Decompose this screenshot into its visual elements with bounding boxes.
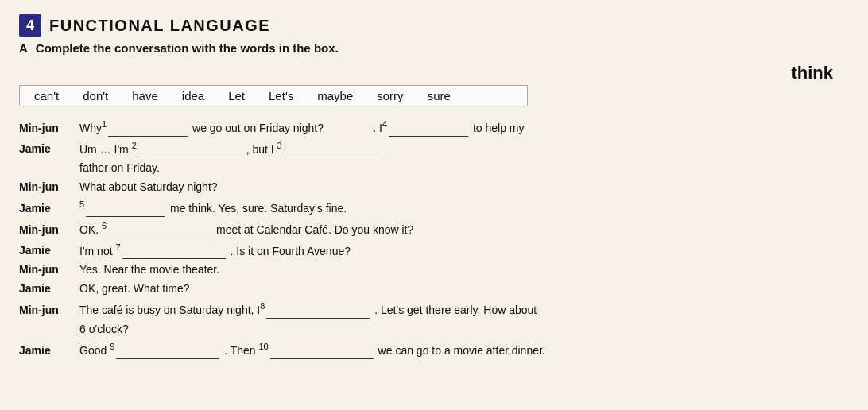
word-let: Let (228, 89, 245, 102)
word-box-row: can't don't have idea Let Let's maybe so… (19, 85, 528, 106)
word-sure: sure (428, 89, 451, 102)
conv-row-minjun-3: Min-jun OK. 6 meet at Calendar Café. Do … (19, 219, 849, 238)
conv-text-jamie-5: Good 9 . Then 10 we can go to a movie af… (79, 340, 545, 359)
blank-7[interactable] (122, 246, 226, 259)
speaker-minjun-4: Min-jun (19, 263, 75, 276)
conv-text-minjun-5b: 6 o'clock? (79, 321, 129, 338)
speaker-minjun-5: Min-jun (19, 304, 75, 316)
word-dont: don't (83, 89, 108, 102)
conv-text-jamie-4: OK, great. What time? (79, 280, 190, 297)
blank-5[interactable] (86, 204, 165, 217)
conv-text-jamie-2: 5 me think. Yes, sure. Saturday's fine. (79, 198, 347, 217)
section-number: 4 (19, 14, 41, 37)
instruction-letter: A (19, 41, 28, 55)
speaker-minjun-1: Min-jun (19, 122, 75, 134)
conv-text-jamie-1: Um … I'm 2 , but I 3 (79, 139, 389, 158)
blank-3[interactable] (284, 145, 387, 157)
conv-text-minjun-3: OK. 6 meet at Calendar Café. Do you know… (79, 219, 413, 238)
blank-1[interactable] (108, 124, 188, 137)
word-have: have (132, 89, 158, 102)
speaker-jamie-2: Jamie (19, 202, 75, 215)
word-lets: Let's (269, 89, 293, 102)
conv-row-minjun-4: Min-jun Yes. Near the movie theater. (19, 261, 849, 278)
section-title: FUNCTIONAL LANGUAGE (49, 17, 270, 35)
page-container: 4 FUNCTIONAL LANGUAGE A Complete the con… (0, 0, 868, 410)
conv-row-jamie-1: Jamie Um … I'm 2 , but I 3 (19, 139, 849, 158)
think-word: think (791, 63, 833, 83)
blank-6[interactable] (108, 226, 211, 238)
conv-row-jamie-3: Jamie I'm not 7 . Is it on Fourth Avenue… (19, 241, 849, 260)
word-box-top: think (19, 63, 849, 83)
speaker-jamie-3: Jamie (19, 244, 75, 257)
speaker-jamie-5: Jamie (19, 344, 75, 357)
conv-text-minjun-5: The café is busy on Saturday night, I8 .… (79, 300, 537, 319)
conv-text-minjun-2: What about Saturday night? (79, 179, 218, 195)
conv-text-minjun-4: Yes. Near the movie theater. (79, 261, 219, 278)
conv-row-jamie-4: Jamie OK, great. What time? (19, 280, 849, 297)
blank-2[interactable] (138, 145, 242, 157)
word-maybe: maybe (317, 89, 353, 102)
word-idea: idea (182, 89, 204, 102)
section-header: 4 FUNCTIONAL LANGUAGE (19, 14, 849, 37)
conv-row-minjun-5: Min-jun The café is busy on Saturday nig… (19, 300, 849, 319)
word-cant: can't (34, 89, 59, 102)
conv-text-minjun-1: Why1 we go out on Friday night? . I4 to … (79, 118, 525, 137)
conv-text-jamie-1b: father on Friday. (79, 160, 160, 176)
conv-row-jamie-2: Jamie 5 me think. Yes, sure. Saturday's … (19, 198, 849, 217)
word-sorry: sorry (377, 89, 403, 102)
instruction-text: Complete the conversation with the words… (36, 41, 339, 55)
conv-row-minjun-1: Min-jun Why1 we go out on Friday night? … (19, 118, 849, 137)
conversation: Min-jun Why1 we go out on Friday night? … (19, 118, 849, 359)
speaker-jamie-1: Jamie (19, 142, 75, 155)
blank-8[interactable] (266, 306, 370, 319)
conv-text-jamie-3: I'm not 7 . Is it on Fourth Avenue? (79, 241, 351, 260)
word-box: think can't don't have idea Let Let's ma… (19, 63, 849, 106)
blank-9[interactable] (116, 346, 219, 359)
instruction-row: A Complete the conversation with the wor… (19, 41, 849, 55)
speaker-jamie-4: Jamie (19, 282, 75, 295)
speaker-minjun-3: Min-jun (19, 223, 75, 236)
conv-row-jamie-5: Jamie Good 9 . Then 10 we can go to a mo… (19, 340, 849, 359)
conv-continuation-jamie-1: father on Friday. (19, 160, 849, 176)
conv-continuation-minjun-5: 6 o'clock? (19, 321, 849, 338)
speaker-minjun-2: Min-jun (19, 180, 75, 193)
blank-4[interactable] (389, 124, 468, 137)
conv-row-minjun-2: Min-jun What about Saturday night? (19, 179, 849, 195)
blank-10[interactable] (270, 346, 374, 359)
